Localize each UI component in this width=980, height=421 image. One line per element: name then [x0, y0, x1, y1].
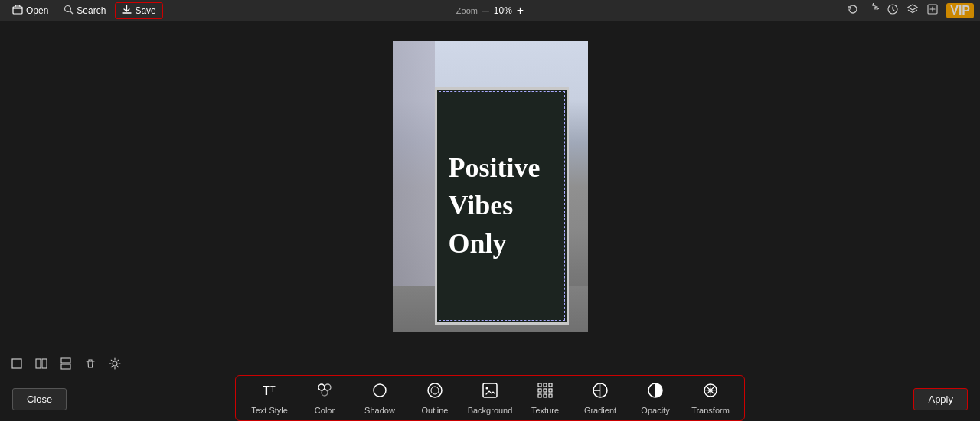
transform-icon: [701, 381, 720, 403]
svg-point-20: [486, 387, 488, 390]
main-area: Positive Vibes Only: [0, 21, 980, 421]
svg-point-10: [113, 361, 117, 366]
redo-icon[interactable]: [867, 3, 879, 18]
svg-rect-23: [549, 383, 552, 387]
tool-text-style-label: Text Style: [251, 406, 288, 415]
svg-rect-19: [483, 383, 497, 397]
text-style-icon: T T: [260, 381, 279, 403]
svg-rect-6: [36, 359, 41, 368]
shadow-icon: [371, 381, 389, 403]
svg-line-2: [70, 11, 74, 15]
tool-transform[interactable]: Transform: [683, 379, 738, 417]
svg-rect-22: [544, 383, 547, 387]
tools-panel: T T Text Style Color: [0, 375, 980, 421]
gradient-icon: [591, 381, 609, 403]
tool-outline[interactable]: Outline: [407, 379, 462, 417]
close-button[interactable]: Close: [12, 388, 67, 410]
sign-line-2: Vibes: [449, 191, 514, 221]
tool-opacity-label: Opacity: [641, 406, 669, 415]
tool-texture[interactable]: Texture: [518, 379, 573, 417]
tool-text-style[interactable]: T T Text Style: [242, 379, 297, 417]
undo-icon[interactable]: [847, 3, 859, 18]
bottom-section: T T Text Style Color: [0, 352, 980, 421]
tool-gradient-label: Gradient: [584, 406, 616, 415]
tool-background[interactable]: Background: [462, 379, 518, 417]
open-button[interactable]: Open: [6, 3, 54, 19]
svg-rect-8: [61, 358, 70, 363]
background-icon: [481, 381, 499, 403]
tool-color[interactable]: Color: [297, 379, 352, 417]
opacity-icon: [646, 381, 665, 403]
save-label: Save: [135, 5, 155, 16]
open-icon: [12, 5, 23, 18]
sign-text: Positive Vibes Only: [437, 90, 567, 322]
apply-button[interactable]: Apply: [913, 388, 968, 410]
tool-background-label: Background: [468, 406, 513, 415]
layer-settings-button[interactable]: [107, 356, 122, 371]
save-icon: [122, 5, 132, 17]
export-icon[interactable]: [926, 3, 939, 18]
sign-line-3: Only: [449, 229, 507, 259]
tool-transform-label: Transform: [691, 406, 730, 415]
outline-icon: [426, 381, 444, 403]
svg-rect-26: [549, 389, 552, 392]
canvas-area: Positive Vibes Only: [0, 21, 980, 352]
search-button[interactable]: Search: [57, 3, 112, 18]
image-canvas[interactable]: Positive Vibes Only: [393, 41, 588, 332]
svg-point-18: [431, 387, 439, 394]
svg-point-16: [374, 384, 386, 397]
svg-rect-24: [538, 389, 541, 392]
left-bottom-icons: [0, 352, 980, 375]
svg-rect-7: [42, 359, 47, 368]
svg-point-15: [322, 390, 328, 396]
zoom-control: Zoom – 10% +: [456, 5, 524, 17]
svg-point-17: [428, 383, 442, 397]
sign-line-1: Positive: [449, 153, 541, 184]
svg-rect-9: [61, 364, 70, 369]
vip-badge: VIP: [946, 3, 974, 18]
tool-opacity[interactable]: Opacity: [628, 379, 683, 417]
tool-texture-label: Texture: [531, 406, 559, 415]
tool-outline-label: Outline: [422, 406, 449, 415]
tool-gradient[interactable]: Gradient: [573, 379, 628, 417]
crop-frame-button[interactable]: [9, 356, 24, 371]
search-label: Search: [77, 5, 106, 16]
top-right-icons: VIP: [847, 3, 974, 18]
texture-icon: [536, 381, 554, 403]
zoom-title: Zoom: [456, 6, 478, 15]
svg-text:T: T: [263, 384, 270, 397]
svg-rect-25: [544, 389, 547, 392]
tool-color-label: Color: [315, 406, 335, 415]
svg-rect-0: [13, 7, 22, 14]
svg-rect-21: [538, 383, 541, 387]
svg-text:T: T: [270, 384, 276, 393]
split-v-button[interactable]: [58, 356, 74, 371]
top-toolbar: Open Search Save Zoom – 10% +: [0, 0, 980, 21]
zoom-value: 10%: [494, 5, 512, 16]
open-label: Open: [26, 5, 48, 16]
svg-rect-28: [544, 394, 547, 397]
delete-button[interactable]: [83, 356, 98, 371]
save-button[interactable]: Save: [115, 2, 162, 19]
svg-rect-5: [12, 359, 21, 368]
split-h-button[interactable]: [34, 356, 49, 371]
layers-icon[interactable]: [906, 3, 919, 18]
svg-point-1: [65, 6, 71, 12]
tool-shadow-label: Shadow: [364, 406, 395, 415]
zoom-minus-button[interactable]: –: [482, 5, 489, 17]
svg-rect-29: [549, 394, 552, 397]
tools-inner: T T Text Style Color: [235, 375, 745, 421]
tool-shadow[interactable]: Shadow: [352, 379, 407, 417]
sign-board: Positive Vibes Only: [435, 87, 569, 325]
svg-rect-27: [538, 394, 541, 397]
search-icon: [64, 5, 74, 17]
color-icon: [315, 381, 334, 403]
history-icon[interactable]: [887, 3, 899, 18]
zoom-plus-button[interactable]: +: [517, 5, 524, 17]
